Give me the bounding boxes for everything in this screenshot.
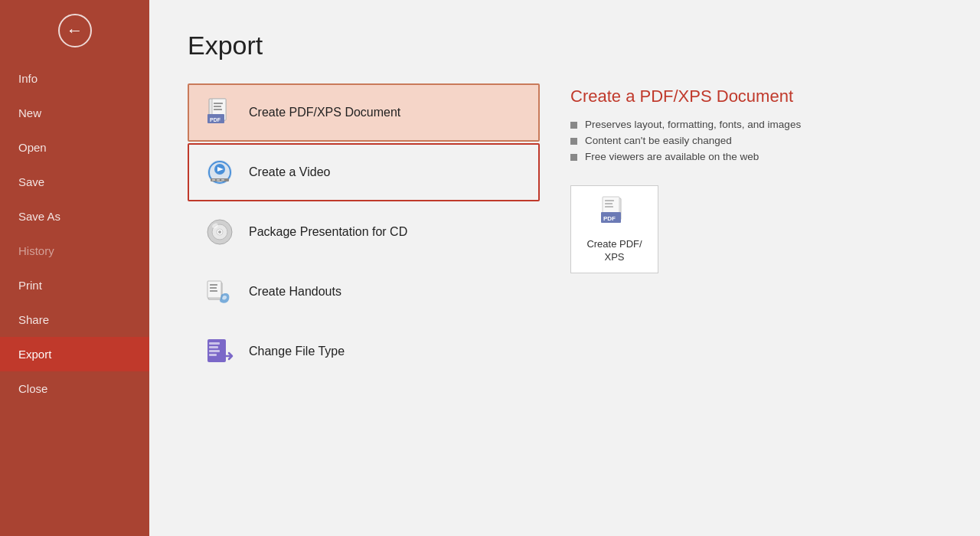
video-icon	[203, 155, 237, 189]
video-label: Create a Video	[249, 165, 330, 179]
svg-rect-13	[221, 180, 224, 181]
pdf-xps-button-icon: PDF	[598, 195, 632, 232]
bullet-item-1: Preserves layout, formatting, fonts, and…	[570, 119, 942, 130]
cd-icon	[203, 215, 237, 249]
svg-rect-22	[210, 287, 217, 289]
sidebar-item-share[interactable]: Share	[0, 302, 149, 337]
page-title: Export	[188, 31, 942, 60]
svg-rect-32	[605, 203, 612, 204]
sidebar-item-save-as[interactable]: Save As	[0, 199, 149, 234]
right-panel-title: Create a PDF/XPS Document	[570, 87, 942, 106]
sidebar-item-close[interactable]: Close	[0, 371, 149, 406]
handouts-label: Create Handouts	[249, 285, 341, 299]
svg-text:PDF: PDF	[603, 215, 616, 222]
back-button[interactable]: ←	[0, 0, 149, 61]
svg-rect-27	[209, 350, 220, 352]
sidebar: ← Info New Open Save Save As History Pri…	[0, 0, 149, 536]
sidebar-item-open[interactable]: Open	[0, 130, 149, 165]
svg-rect-26	[209, 346, 218, 348]
svg-rect-31	[605, 200, 614, 201]
content-area: PDF Create PDF/XPS Document	[188, 83, 942, 513]
bullet-item-3: Free viewers are available on the web	[570, 151, 942, 162]
svg-rect-33	[605, 206, 613, 208]
sidebar-item-print[interactable]: Print	[0, 268, 149, 302]
svg-rect-25	[209, 342, 220, 345]
svg-rect-11	[212, 180, 215, 181]
pdf-xps-label: Create PDF/XPS Document	[249, 106, 400, 119]
sidebar-item-export[interactable]: Export	[0, 337, 149, 371]
sidebar-item-history[interactable]: History	[0, 234, 149, 268]
filetype-icon	[203, 335, 237, 368]
main-content: Export PDF Create PDF/XPS Docume	[149, 0, 980, 536]
bullet-list: Preserves layout, formatting, fonts, and…	[570, 119, 942, 167]
back-circle-icon: ←	[58, 14, 92, 47]
svg-rect-23	[210, 290, 217, 292]
export-option-package-cd[interactable]: Package Presentation for CD	[188, 203, 540, 261]
pdf-xps-button-label: Create PDF/XPS	[586, 238, 642, 264]
svg-rect-4	[214, 109, 222, 110]
sidebar-item-info[interactable]: Info	[0, 61, 149, 96]
export-option-video[interactable]: Create a Video	[188, 143, 540, 201]
svg-rect-2	[214, 103, 223, 104]
bullet-item-2: Content can't be easily changed	[570, 135, 942, 146]
change-file-type-label: Change File Type	[249, 345, 345, 358]
bullet-square-3	[570, 154, 577, 161]
svg-rect-12	[217, 180, 220, 181]
sidebar-item-save[interactable]: Save	[0, 165, 149, 199]
export-option-pdf-xps[interactable]: PDF Create PDF/XPS Document	[188, 83, 540, 142]
export-option-handouts[interactable]: Create Handouts	[188, 263, 540, 321]
svg-rect-28	[209, 354, 217, 356]
create-pdf-xps-button[interactable]: PDF Create PDF/XPS	[570, 185, 658, 273]
svg-point-17	[218, 230, 221, 234]
bullet-square-2	[570, 138, 577, 145]
export-options-list: PDF Create PDF/XPS Document	[188, 83, 540, 513]
pdf-xps-icon: PDF	[203, 96, 237, 129]
package-cd-label: Package Presentation for CD	[249, 225, 407, 239]
export-option-change-file-type[interactable]: Change File Type	[188, 322, 540, 381]
bullet-square-1	[570, 122, 577, 129]
svg-rect-20	[207, 281, 221, 298]
svg-text:PDF: PDF	[210, 117, 221, 123]
sidebar-item-new[interactable]: New	[0, 96, 149, 130]
right-panel: Create a PDF/XPS Document Preserves layo…	[570, 83, 942, 513]
svg-rect-3	[214, 106, 221, 107]
handouts-icon	[203, 275, 237, 309]
svg-rect-21	[210, 284, 217, 286]
